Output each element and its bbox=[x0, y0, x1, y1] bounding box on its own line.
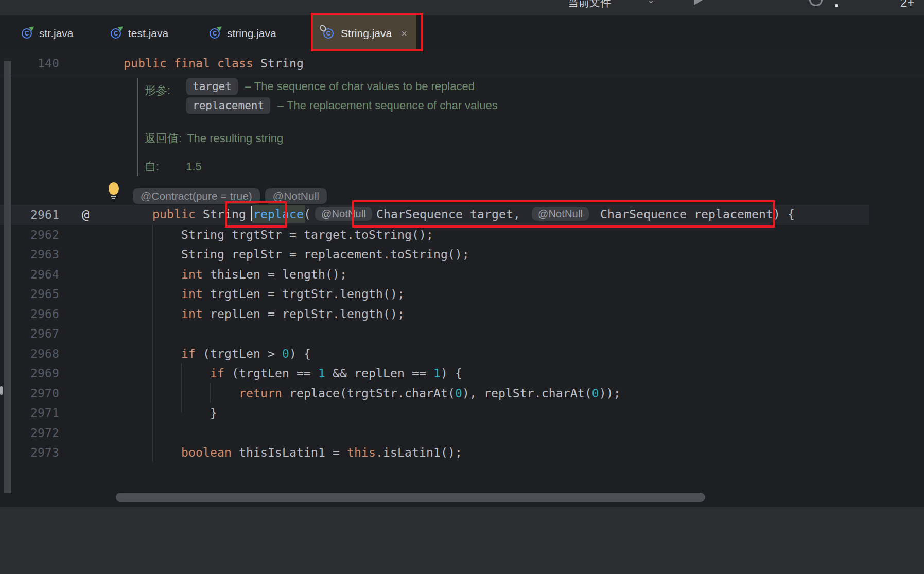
code-token: int bbox=[181, 307, 203, 321]
code-token: && replLen == bbox=[325, 367, 433, 380]
code-line-2962[interactable]: 2962 String trgtStr = target.toString(); bbox=[0, 225, 924, 245]
left-scrollbar[interactable] bbox=[4, 61, 11, 493]
code-token: int bbox=[181, 287, 203, 301]
tab-string.java[interactable]: Cstring.java bbox=[208, 15, 276, 51]
code-token: 1 bbox=[433, 367, 441, 380]
code-line-2971[interactable]: 2971 } bbox=[0, 403, 924, 423]
tab-label: str.java bbox=[39, 27, 74, 40]
ide-window: 习文 当前文件 ⌄ 2+ Cstr.javaCtest.javaCstring.… bbox=[0, 0, 924, 574]
collab-users-badge[interactable]: 2+ bbox=[900, 0, 914, 10]
line-number[interactable]: 2969 bbox=[13, 367, 59, 380]
line-number[interactable]: 2964 bbox=[13, 268, 59, 281]
code-text: String trgtStr = target.toString(); bbox=[124, 228, 433, 241]
code-token: trgtLen = trgtStr.length(); bbox=[203, 287, 405, 301]
doc-param-row: replacement– The replacement sequence of… bbox=[186, 97, 498, 114]
code-line-2966[interactable]: 2966 int replLen = replStr.length(); bbox=[0, 304, 924, 324]
code-token: if bbox=[181, 347, 196, 360]
doc-since-value: 1.5 bbox=[186, 160, 202, 173]
doc-params-label: 形参: bbox=[145, 83, 170, 98]
code-token: ( bbox=[304, 207, 311, 221]
line-number[interactable]: 2971 bbox=[13, 406, 59, 420]
param-description: – The replacement sequence of char value… bbox=[277, 99, 498, 112]
code-line-2965[interactable]: 2965 int trgtLen = trgtStr.length(); bbox=[0, 284, 924, 304]
code-token: if bbox=[210, 367, 224, 380]
code-token: )); bbox=[599, 387, 621, 400]
line-number[interactable]: 2972 bbox=[13, 426, 59, 440]
line-number[interactable]: 2973 bbox=[13, 446, 59, 459]
code-line-2972[interactable]: 2972 bbox=[0, 423, 924, 443]
code-text: boolean thisIsLatin1 = this.isLatin1(); bbox=[124, 446, 462, 459]
code-editor[interactable]: 2961@ public String replace(@NotNullChar… bbox=[0, 205, 924, 463]
indent-guide bbox=[152, 225, 153, 462]
doc-returns-text: The resulting string bbox=[187, 132, 283, 145]
code-token: String replStr = replacement.toString(); bbox=[124, 248, 469, 261]
code-line-2973[interactable]: 2973 boolean thisIsLatin1 = this.isLatin… bbox=[0, 443, 924, 463]
line-number[interactable]: 2963 bbox=[13, 248, 59, 261]
settings-icon[interactable] bbox=[809, 0, 823, 6]
line-number[interactable]: 2970 bbox=[13, 387, 59, 400]
code-token: .isLatin1(); bbox=[376, 446, 462, 459]
code-token: replLen = replStr.length(); bbox=[203, 307, 405, 321]
line-number[interactable]: 2962 bbox=[13, 228, 59, 241]
code-token: ) { bbox=[441, 367, 462, 380]
line-number[interactable]: 2961 bbox=[13, 208, 59, 221]
tab-test.java[interactable]: Ctest.java bbox=[110, 15, 168, 51]
line-number[interactable]: 2965 bbox=[13, 287, 59, 301]
code-line-2964[interactable]: 2964 int thisLen = length(); bbox=[0, 265, 924, 285]
chevron-down-icon[interactable]: ⌄ bbox=[647, 0, 655, 6]
doc-comment-guide bbox=[137, 78, 138, 176]
code-token: String bbox=[253, 57, 304, 70]
line-number[interactable]: 2968 bbox=[13, 347, 59, 360]
code-text: int replLen = replStr.length(); bbox=[124, 307, 405, 321]
code-text: if (trgtLen > 0) { bbox=[124, 347, 311, 360]
sticky-header-line[interactable]: 140 public final class String bbox=[0, 51, 924, 75]
code-token: thisIsLatin1 = bbox=[232, 446, 347, 459]
java-class-icon: C bbox=[110, 27, 122, 40]
code-token: } bbox=[124, 406, 217, 420]
code-text: if (trgtLen == 1 && replLen == 1) { bbox=[124, 367, 462, 380]
bottom-panel bbox=[0, 507, 924, 574]
code-token: 1 bbox=[318, 367, 325, 380]
code-line-2969[interactable]: 2969 if (trgtLen == 1 && replLen == 1) { bbox=[0, 363, 924, 384]
code-line-2968[interactable]: 2968 if (trgtLen > 0) { bbox=[0, 344, 924, 364]
code-token: replace(trgtStr.charAt( bbox=[282, 387, 455, 400]
doc-returns-label: 返回值: bbox=[145, 131, 182, 146]
doc-since-row: 自: 1.5 bbox=[145, 159, 202, 175]
param-description: – The sequence of char values to be repl… bbox=[245, 80, 475, 93]
horizontal-scrollbar[interactable] bbox=[116, 493, 705, 502]
code-text: String replStr = replacement.toString(); bbox=[124, 248, 469, 261]
indent-guide bbox=[181, 363, 182, 412]
code-text: return replace(trgtStr.charAt(0), replSt… bbox=[124, 387, 621, 400]
code-token bbox=[124, 207, 152, 221]
annotation-gutter-icon[interactable]: @ bbox=[59, 207, 124, 222]
indent-guide bbox=[210, 383, 211, 403]
code-token: String trgtStr = target.toString(); bbox=[124, 228, 433, 241]
intention-bulb-icon[interactable] bbox=[108, 182, 119, 199]
code-token: boolean bbox=[181, 446, 232, 459]
code-token: thisLen = length(); bbox=[203, 268, 347, 281]
run-icon[interactable] bbox=[694, 0, 703, 5]
tab-bar: Cstr.javaCtest.javaCstring.javaCString.j… bbox=[0, 15, 924, 52]
line-number[interactable]: 2966 bbox=[13, 307, 59, 321]
code-token: (trgtLen > bbox=[196, 347, 282, 360]
code-token: int bbox=[181, 268, 203, 281]
code-line-2967[interactable]: 2967 bbox=[0, 324, 924, 344]
left-edge-marker bbox=[0, 386, 3, 395]
code-text: } bbox=[124, 406, 217, 420]
run-configuration-selector[interactable]: 当前文件 bbox=[568, 0, 611, 10]
code-token: (trgtLen == bbox=[224, 367, 318, 380]
doc-returns-row: 返回值: The resulting string bbox=[145, 131, 283, 146]
code-token: this bbox=[347, 446, 376, 459]
sticky-code-text: public final class String bbox=[124, 57, 304, 70]
tab-label: string.java bbox=[227, 27, 276, 40]
code-line-2963[interactable]: 2963 String replStr = replacement.toStri… bbox=[0, 245, 924, 265]
code-token bbox=[124, 367, 210, 380]
code-line-2970[interactable]: 2970 return replace(trgtStr.charAt(0), r… bbox=[0, 384, 924, 404]
param-name-chip: replacement bbox=[186, 97, 270, 114]
tab-str.java[interactable]: Cstr.java bbox=[21, 15, 74, 51]
code-token: 0 bbox=[455, 387, 462, 400]
tab-label: test.java bbox=[128, 27, 168, 40]
line-number[interactable]: 2967 bbox=[13, 327, 59, 340]
code-token: 0 bbox=[592, 387, 599, 400]
java-class-icon: C bbox=[208, 27, 221, 40]
